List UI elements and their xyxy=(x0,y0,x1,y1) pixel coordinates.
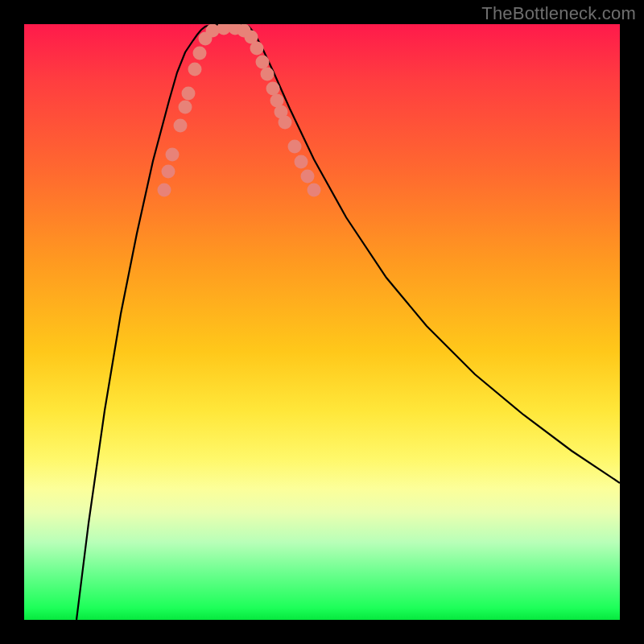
data-dot xyxy=(295,155,308,169)
chart-frame: TheBottleneck.com xyxy=(0,0,644,644)
data-dot xyxy=(301,170,315,184)
right-curve xyxy=(248,26,620,483)
chart-plot-area xyxy=(24,24,620,620)
data-dot xyxy=(166,148,180,162)
data-dot xyxy=(182,87,196,101)
data-dot xyxy=(266,82,280,96)
left-curve xyxy=(76,26,208,620)
data-dot xyxy=(174,119,188,133)
data-dot xyxy=(250,42,264,56)
data-dot xyxy=(158,184,171,197)
data-dot xyxy=(179,101,192,114)
data-dot xyxy=(288,140,302,154)
data-dot xyxy=(279,116,292,130)
data-dot xyxy=(261,68,275,81)
data-dot xyxy=(162,165,175,179)
chart-svg xyxy=(24,24,620,620)
data-dot xyxy=(308,184,321,197)
data-dot xyxy=(193,47,207,60)
data-dot xyxy=(256,56,270,69)
dot-group xyxy=(158,24,321,197)
watermark-text: TheBottleneck.com xyxy=(481,3,636,24)
data-dot xyxy=(188,63,202,76)
